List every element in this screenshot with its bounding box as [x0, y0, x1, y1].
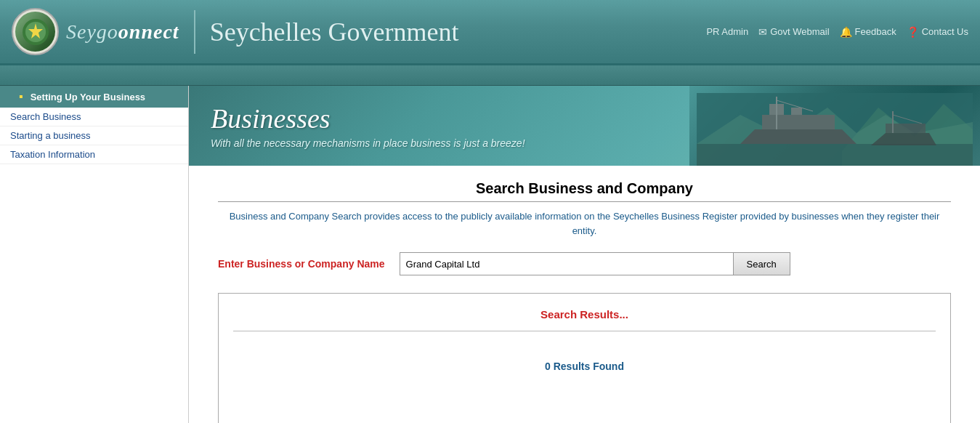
search-button[interactable]: Search [734, 252, 790, 275]
sidebar-section-title: Setting Up Your Business [0, 86, 188, 108]
sidebar-item-search-business[interactable]: Search Business [0, 108, 188, 126]
site-header: Seygoonnect Seychelles Government PR Adm… [0, 0, 980, 65]
feedback-icon: 🔔 [840, 26, 852, 38]
banner-text: Businesses With all the necessary mechan… [189, 95, 547, 156]
coat-of-arms-icon [21, 17, 50, 47]
sidebar: Setting Up Your Business Search Business… [0, 86, 189, 423]
header-divider [194, 10, 195, 54]
content-area: Businesses With all the necessary mechan… [189, 86, 980, 423]
svg-marker-7 [740, 129, 857, 144]
results-divider [233, 331, 936, 331]
help-icon: ❓ [907, 26, 919, 38]
banner-title: Businesses [211, 102, 525, 134]
mail-icon: ✉ [758, 26, 767, 38]
contact-link[interactable]: ❓ Contact Us [907, 26, 968, 38]
page-divider [218, 201, 951, 202]
government-title: Seychelles Government [210, 17, 459, 47]
banner-image [689, 86, 980, 166]
results-title: Search Results... [233, 308, 936, 321]
search-form: Enter Business or Company Name Search [218, 252, 951, 275]
svg-rect-6 [697, 144, 973, 166]
feedback-link[interactable]: 🔔 Feedback [840, 26, 896, 38]
ship-illustration [697, 93, 973, 166]
search-input[interactable] [400, 252, 734, 275]
logo-circle [12, 8, 59, 55]
svg-rect-14 [886, 124, 926, 133]
pr-admin-link[interactable]: PR Admin [706, 26, 748, 37]
results-count: 0 Results Found [233, 360, 936, 372]
header-nav: PR Admin ✉ Govt Webmail 🔔 Feedback ❓ Con… [706, 26, 968, 38]
logo-area: Seygoonnect [12, 8, 179, 55]
main-content: Search Business and Company Business and… [189, 166, 980, 423]
webmail-link[interactable]: ✉ Govt Webmail [758, 26, 829, 38]
banner-subtitle: With all the necessary mechanisms in pla… [211, 137, 525, 149]
page-description: Business and Company Search provides acc… [218, 209, 951, 238]
sidebar-item-taxation[interactable]: Taxation Information [0, 145, 188, 164]
site-name: Seygoonnect [66, 20, 179, 44]
banner: Businesses With all the necessary mechan… [189, 86, 980, 166]
main-layout: Setting Up Your Business Search Business… [0, 86, 980, 423]
svg-rect-10 [791, 108, 802, 115]
search-label: Enter Business or Company Name [218, 258, 385, 270]
sidebar-item-starting-business[interactable]: Starting a business [0, 126, 188, 145]
logo-inner [15, 12, 55, 52]
svg-rect-8 [762, 115, 835, 129]
page-title: Search Business and Company [218, 180, 951, 197]
nav-bar [0, 65, 980, 86]
results-box: Search Results... 0 Results Found [218, 293, 951, 423]
